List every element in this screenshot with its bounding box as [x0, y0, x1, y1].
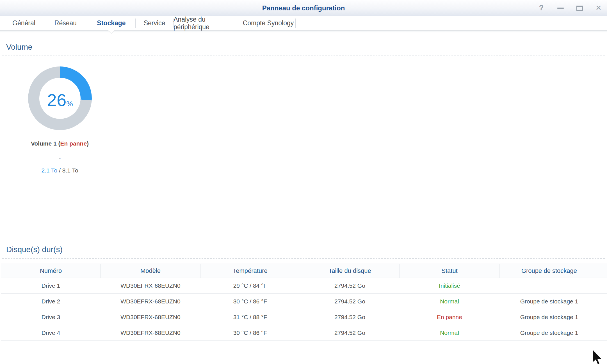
tab-label: Réseau	[54, 19, 77, 27]
column-header-spacer	[599, 264, 607, 278]
cell-statut: En panne	[400, 309, 499, 325]
volume-total: 8.1 To	[62, 167, 78, 174]
cell-groupe	[499, 278, 599, 294]
donut-ring: 26%	[28, 66, 92, 130]
donut-percent: 26%	[47, 78, 73, 119]
disks-table-header-row: Numéro Modèle Température Taille du disq…	[1, 264, 607, 278]
cell-statut: Normal	[400, 325, 499, 341]
volume-used-link[interactable]: 2.1 To	[41, 167, 57, 174]
volume-divider	[2, 56, 605, 56]
cell-modele: WD30EFRX-68EUZN0	[101, 278, 200, 294]
disks-divider	[2, 258, 605, 259]
tab-separator	[295, 19, 296, 28]
cell-spacer	[599, 294, 607, 309]
volume-dash: -	[1, 155, 119, 161]
cell-taille: 2794.52 Go	[300, 294, 400, 309]
titlebar: Panneau de configuration ? ✕	[0, 0, 607, 16]
column-header-groupe: Groupe de stockage	[499, 264, 599, 278]
column-header-taille: Taille du disque	[300, 264, 400, 278]
cell-spacer	[599, 325, 607, 341]
cell-groupe: Groupe de stockage 1	[499, 294, 599, 309]
tab-label: Service	[144, 19, 165, 27]
volume-usage-donut: 26%	[28, 66, 92, 130]
tab-compte-synology[interactable]: Compte Synology	[241, 16, 295, 30]
volume-capacity: 2.1 To / 8.1 To	[1, 167, 119, 174]
minimize-icon[interactable]	[556, 4, 565, 13]
volume-name-prefix: Volume 1 (	[31, 140, 60, 147]
table-row-drive-2[interactable]: Drive 2 WD30EFRX-68EUZN0 30 °C / 86 °F 2…	[1, 294, 607, 309]
table-row-drive-1[interactable]: Drive 1 WD30EFRX-68EUZN0 29 °C / 84 °F 2…	[1, 278, 607, 294]
cell-temperature: 30 °C / 86 °F	[200, 325, 300, 341]
cell-temperature: 29 °C / 84 °F	[200, 278, 300, 294]
table-row-drive-3[interactable]: Drive 3 WD30EFRX-68EUZN0 31 °C / 88 °F 2…	[1, 309, 607, 325]
cell-statut: Normal	[400, 294, 499, 309]
tabs: Général Réseau Stockage Service Analyse …	[4, 16, 607, 30]
window-title: Panneau de configuration	[0, 0, 607, 16]
cell-groupe: Groupe de stockage 1	[499, 309, 599, 325]
volume-section-heading: Volume	[6, 43, 32, 52]
cell-spacer	[599, 309, 607, 325]
cell-numero: Drive 2	[1, 294, 101, 309]
cell-numero: Drive 4	[1, 325, 101, 341]
cell-temperature: 30 °C / 86 °F	[200, 294, 300, 309]
cell-modele: WD30EFRX-68EUZN0	[101, 294, 200, 309]
tab-analyse-du-peripherique[interactable]: Analyse du périphérique	[174, 16, 241, 30]
cell-taille: 2794.52 Go	[300, 325, 400, 341]
window-controls: ? ✕	[537, 0, 603, 16]
tab-general[interactable]: Général	[4, 16, 44, 30]
tab-label: Général	[12, 19, 35, 27]
cell-taille: 2794.52 Go	[300, 278, 400, 294]
donut-percent-value: 26	[47, 91, 66, 109]
column-header-modele: Modèle	[101, 264, 200, 278]
maximize-box	[576, 6, 583, 11]
cell-statut: Initialisé	[400, 278, 499, 294]
volume-name: Volume 1 (En panne)	[1, 140, 119, 147]
cell-modele: WD30EFRX-68EUZN0	[101, 325, 200, 341]
cell-temperature: 31 °C / 88 °F	[200, 309, 300, 325]
column-header-temperature: Température	[200, 264, 300, 278]
tab-label: Analyse du périphérique	[174, 16, 241, 31]
column-header-statut: Statut	[400, 264, 499, 278]
donut-percent-unit: %	[66, 100, 73, 107]
help-icon[interactable]: ?	[537, 4, 546, 13]
donut-hole: 26%	[39, 78, 81, 119]
minimize-bar	[557, 8, 564, 9]
column-header-numero: Numéro	[1, 264, 101, 278]
tab-bar: Général Réseau Stockage Service Analyse …	[0, 16, 607, 31]
maximize-icon[interactable]	[575, 4, 584, 13]
disks-section-heading: Disque(s) dur(s)	[6, 245, 63, 254]
cell-spacer	[599, 278, 607, 294]
volume-name-suffix: )	[87, 140, 89, 147]
close-icon[interactable]: ✕	[594, 4, 603, 13]
tab-reseau[interactable]: Réseau	[44, 16, 87, 30]
tab-label: Stockage	[97, 19, 125, 27]
cell-numero: Drive 1	[1, 278, 101, 294]
cell-taille: 2794.52 Go	[300, 309, 400, 325]
cell-groupe: Groupe de stockage 1	[499, 325, 599, 341]
tab-label: Compte Synology	[243, 19, 294, 27]
cell-numero: Drive 3	[1, 309, 101, 325]
volume-capacity-divider: /	[57, 167, 62, 174]
disks-table: Numéro Modèle Température Taille du disq…	[1, 264, 607, 341]
tab-service[interactable]: Service	[136, 16, 173, 30]
cell-modele: WD30EFRX-68EUZN0	[101, 309, 200, 325]
volume-status: En panne	[60, 140, 87, 147]
mouse-cursor-icon	[592, 349, 603, 364]
table-row-drive-4[interactable]: Drive 4 WD30EFRX-68EUZN0 30 °C / 86 °F 2…	[1, 325, 607, 341]
